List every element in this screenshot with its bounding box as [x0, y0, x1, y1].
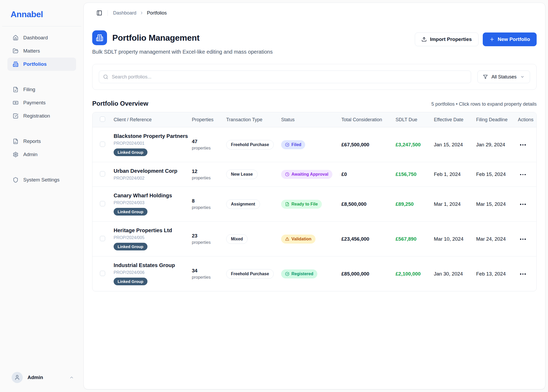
table-row[interactable]: Canary Wharf Holdings PROP/2024/003 Link… [92, 186, 536, 221]
status-badge: Registered [281, 269, 317, 278]
filing-deadline: Feb 13, 2024 [476, 271, 518, 277]
properties-count: 8 [192, 198, 224, 204]
file-check-icon [13, 87, 18, 92]
page-subtitle: Bulk SDLT property management with Excel… [92, 49, 273, 55]
row-checkbox[interactable] [100, 171, 105, 176]
table-row[interactable]: Urban Development Corp PROP/2024/002 12 … [92, 162, 536, 186]
gear-icon [13, 152, 18, 157]
row-checkbox[interactable] [100, 236, 105, 241]
status-badge: Ready to File [281, 200, 322, 209]
row-checkbox[interactable] [100, 142, 105, 147]
client-reference: PROP/2024/002 [114, 176, 189, 181]
search-box [99, 71, 471, 83]
topbar: Dashboard Portfolios [84, 3, 545, 23]
ellipsis-icon [520, 239, 521, 240]
transaction-type-badge: Freehold Purchase [226, 269, 274, 279]
table-row[interactable]: Industrial Estates Group PROP/2024/006 L… [92, 256, 536, 291]
clock-icon [285, 172, 289, 176]
sdlt-due: £3,247,500 [396, 142, 434, 148]
table-row[interactable]: Heritage Properties Ltd PROP/2024/005 Li… [92, 221, 536, 256]
import-properties-button[interactable]: Import Properties [415, 32, 478, 46]
table-row[interactable]: Blackstone Property Partners PROP/2024/0… [92, 127, 536, 162]
select-all-checkbox[interactable] [100, 116, 105, 122]
ellipsis-icon [520, 273, 521, 275]
filing-deadline: Feb 15, 2024 [476, 171, 518, 177]
client-name: Canary Wharf Holdings [114, 193, 189, 199]
sdlt-due: £2,100,000 [396, 271, 434, 277]
effective-date: Jan 15, 2024 [434, 142, 476, 148]
properties-word: properties [192, 146, 224, 151]
sidebar-item-filing[interactable]: Filing [7, 83, 76, 96]
portfolio-table: Client / Reference Properties Transactio… [92, 112, 537, 291]
sidebar-item-matters[interactable]: Matters [7, 44, 76, 58]
status-filter-dropdown[interactable]: All Statuses [477, 71, 530, 83]
sidebar-item-dashboard[interactable]: Dashboard [7, 31, 76, 44]
client-name: Industrial Estates Group [114, 262, 189, 268]
row-actions-button[interactable] [518, 142, 528, 148]
row-actions-button[interactable] [518, 271, 528, 277]
total-consideration: £67,500,000 [341, 142, 396, 148]
col-filing-deadline: Filing Deadline [476, 117, 518, 123]
sidebar-nav: Dashboard Matters Portfolios Filing Paym… [0, 26, 83, 372]
sidebar-item-label: Reports [23, 138, 41, 144]
chevron-up-icon [69, 375, 74, 380]
panel-left-icon [96, 10, 102, 16]
row-actions-button[interactable] [518, 172, 528, 178]
sidebar-item-payments[interactable]: Payments [7, 96, 76, 109]
import-properties-label: Import Properties [430, 36, 472, 42]
total-consideration: £85,000,000 [341, 271, 396, 277]
sdlt-due: £89,250 [396, 201, 434, 207]
status-label: Filed [291, 142, 301, 147]
search-input[interactable] [99, 71, 471, 83]
effective-date: Feb 1, 2024 [434, 171, 476, 177]
sidebar-item-admin[interactable]: Admin [7, 148, 76, 161]
square-check-icon [13, 113, 18, 119]
sidebar-item-portfolios[interactable]: Portfolios [7, 58, 76, 71]
sidebar-item-label: Matters [23, 48, 40, 54]
sidebar-item-reports[interactable]: Reports [7, 135, 76, 148]
funnel-icon [483, 74, 488, 79]
status-label: Awaiting Approval [291, 172, 328, 177]
total-consideration: £0 [341, 171, 396, 177]
filing-deadline: Mar 15, 2024 [476, 201, 518, 207]
linked-group-badge: Linked Group [114, 278, 147, 285]
col-actions: Actions [518, 117, 536, 123]
user-menu[interactable]: Admin [0, 372, 83, 392]
row-actions-button[interactable] [518, 202, 528, 207]
section-title: Portfolio Overview [92, 100, 148, 107]
building-icon [13, 61, 18, 67]
sidebar-item-system-settings[interactable]: System Settings [7, 173, 76, 186]
new-portfolio-label: New Portfolio [498, 36, 530, 42]
home-icon [13, 35, 18, 41]
sidebar-item-registration[interactable]: Registration [7, 109, 76, 123]
properties-count: 34 [192, 268, 224, 274]
row-checkbox[interactable] [100, 201, 105, 206]
properties-word: properties [192, 240, 224, 245]
row-actions-button[interactable] [518, 236, 528, 242]
sidebar-toggle-button[interactable] [96, 10, 102, 16]
file-chart-icon [13, 138, 18, 144]
breadcrumb-current: Portfolios [147, 10, 167, 16]
properties-word: properties [192, 205, 224, 210]
transaction-type-badge: Assignment [226, 199, 260, 209]
status-label: Validation [291, 237, 312, 241]
sidebar-item-label: Filing [23, 87, 35, 92]
sidebar-item-label: System Settings [23, 177, 59, 183]
search-icon [103, 74, 108, 80]
row-checkbox[interactable] [100, 271, 105, 276]
breadcrumb-dashboard[interactable]: Dashboard [113, 10, 136, 16]
client-name: Urban Development Corp [114, 168, 189, 174]
sidebar-item-label: Admin [23, 152, 38, 157]
section-summary: 5 portfolios • Click rows to expand prop… [431, 101, 537, 107]
status-label: Registered [291, 272, 313, 276]
sidebar-item-label: Dashboard [23, 35, 48, 41]
client-name: Heritage Properties Ltd [114, 227, 189, 234]
linked-group-badge: Linked Group [114, 243, 147, 250]
client-reference: PROP/2024/003 [114, 200, 189, 205]
new-portfolio-button[interactable]: New Portfolio [483, 32, 537, 46]
plus-icon [489, 37, 495, 42]
transaction-type-badge: Mixed [226, 234, 248, 244]
transaction-type-badge: New Lease [226, 170, 258, 179]
upload-icon [421, 37, 427, 42]
banknote-icon [13, 100, 18, 106]
